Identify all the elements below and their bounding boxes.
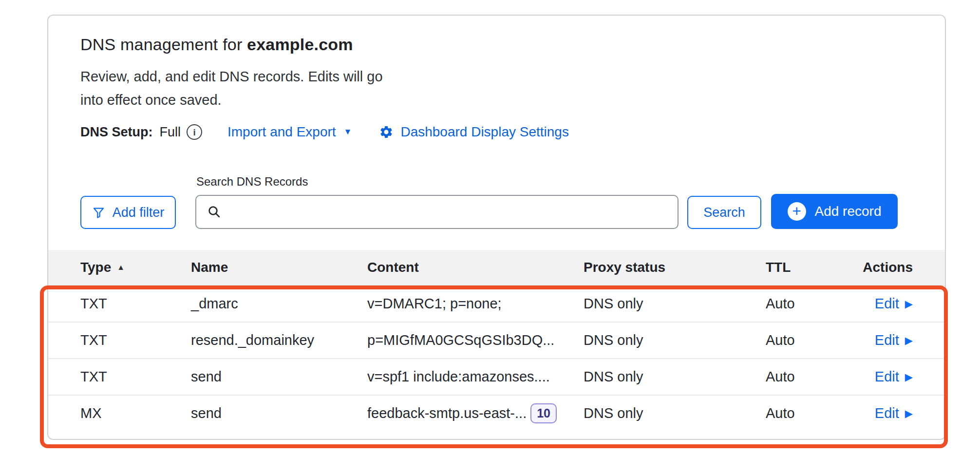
record-ttl: Auto bbox=[766, 332, 862, 348]
edit-record-link[interactable]: Edit ▶ bbox=[875, 332, 913, 348]
record-ttl: Auto bbox=[766, 369, 862, 385]
edit-label: Edit bbox=[875, 369, 899, 385]
dns-toolbar: Add filter Search DNS Records Search + A… bbox=[80, 175, 913, 229]
record-type: MX bbox=[80, 405, 191, 421]
record-type: TXT bbox=[80, 296, 191, 312]
add-filter-label: Add filter bbox=[113, 205, 165, 220]
page-subtitle: Review, add, and edit DNS records. Edits… bbox=[80, 65, 402, 112]
dns-setup-label: DNS Setup: bbox=[80, 125, 153, 140]
dns-records-table: Type ▲ Name Content Proxy status TTL Act… bbox=[48, 250, 945, 431]
table-row: MX send feedback-smtp.us-east-... 10 DNS… bbox=[48, 395, 945, 431]
dns-setup-row: DNS Setup: Full i Import and Export ▼ Da… bbox=[80, 124, 913, 140]
column-header-actions: Actions bbox=[863, 260, 913, 275]
edit-record-link[interactable]: Edit ▶ bbox=[875, 296, 913, 312]
dns-setup-value: Full bbox=[160, 125, 181, 140]
record-content: v=DMARC1; p=none; bbox=[367, 296, 584, 312]
add-record-button[interactable]: + Add record bbox=[771, 194, 898, 229]
record-ttl: Auto bbox=[766, 296, 862, 312]
info-icon[interactable]: i bbox=[187, 124, 202, 140]
mx-priority-badge: 10 bbox=[530, 403, 557, 423]
table-row: TXT send v=spf1 include:amazonses.... DN… bbox=[48, 358, 945, 395]
record-name: _dmarc bbox=[191, 296, 367, 312]
page-title: DNS management for example.com bbox=[80, 35, 913, 54]
chevron-right-icon: ▶ bbox=[905, 408, 913, 418]
record-type: TXT bbox=[80, 369, 191, 385]
search-label: Search DNS Records bbox=[196, 175, 678, 189]
plus-icon: + bbox=[788, 202, 806, 221]
search-group: Search DNS Records bbox=[195, 175, 678, 229]
add-record-label: Add record bbox=[815, 204, 882, 219]
chevron-right-icon: ▶ bbox=[905, 372, 913, 382]
page-title-prefix: DNS management for bbox=[80, 35, 247, 54]
gear-icon bbox=[379, 125, 394, 139]
edit-record-link[interactable]: Edit ▶ bbox=[875, 405, 913, 421]
chevron-right-icon: ▶ bbox=[905, 299, 913, 309]
import-export-link[interactable]: Import and Export ▼ bbox=[227, 124, 352, 140]
table-row: TXT _dmarc v=DMARC1; p=none; DNS only Au… bbox=[48, 285, 945, 322]
record-content: v=spf1 include:amazonses.... bbox=[367, 369, 584, 385]
record-proxy-status: DNS only bbox=[584, 369, 766, 385]
record-content: feedback-smtp.us-east-... 10 bbox=[367, 403, 584, 423]
column-header-name[interactable]: Name bbox=[191, 260, 367, 275]
search-input[interactable] bbox=[229, 204, 667, 220]
record-proxy-status: DNS only bbox=[584, 405, 766, 421]
edit-label: Edit bbox=[875, 296, 899, 312]
search-field-container bbox=[195, 195, 678, 229]
search-icon bbox=[207, 205, 222, 219]
dashboard-display-settings-link[interactable]: Dashboard Display Settings bbox=[379, 124, 569, 140]
edit-label: Edit bbox=[875, 405, 899, 421]
edit-label: Edit bbox=[875, 332, 899, 348]
column-header-ttl[interactable]: TTL bbox=[766, 260, 862, 275]
record-type: TXT bbox=[80, 332, 191, 348]
record-name: send bbox=[191, 405, 367, 421]
filter-icon bbox=[92, 206, 105, 219]
record-content: p=MIGfMA0GCSqGSIb3DQ... bbox=[367, 332, 584, 348]
add-filter-button[interactable]: Add filter bbox=[80, 196, 176, 229]
record-proxy-status: DNS only bbox=[584, 332, 766, 348]
page-title-domain: example.com bbox=[247, 35, 353, 54]
column-header-content[interactable]: Content bbox=[367, 260, 584, 275]
dns-management-card: DNS management for example.com Review, a… bbox=[47, 15, 946, 440]
record-content-text: feedback-smtp.us-east-... bbox=[367, 405, 527, 421]
column-header-proxy-status[interactable]: Proxy status bbox=[584, 260, 766, 275]
table-row: TXT resend._domainkey p=MIGfMA0GCSqGSIb3… bbox=[48, 322, 945, 358]
column-header-type[interactable]: Type ▲ bbox=[80, 260, 191, 275]
search-button[interactable]: Search bbox=[687, 196, 761, 229]
record-name: send bbox=[191, 369, 367, 385]
record-ttl: Auto bbox=[766, 405, 862, 421]
record-name: resend._domainkey bbox=[191, 332, 367, 348]
record-proxy-status: DNS only bbox=[584, 296, 766, 312]
sort-asc-icon: ▲ bbox=[117, 263, 125, 272]
dashboard-display-settings-label: Dashboard Display Settings bbox=[400, 124, 569, 140]
chevron-right-icon: ▶ bbox=[905, 335, 913, 345]
chevron-down-icon: ▼ bbox=[344, 127, 352, 137]
edit-record-link[interactable]: Edit ▶ bbox=[875, 369, 913, 385]
table-header-row: Type ▲ Name Content Proxy status TTL Act… bbox=[48, 250, 945, 285]
import-export-label: Import and Export bbox=[227, 124, 336, 140]
